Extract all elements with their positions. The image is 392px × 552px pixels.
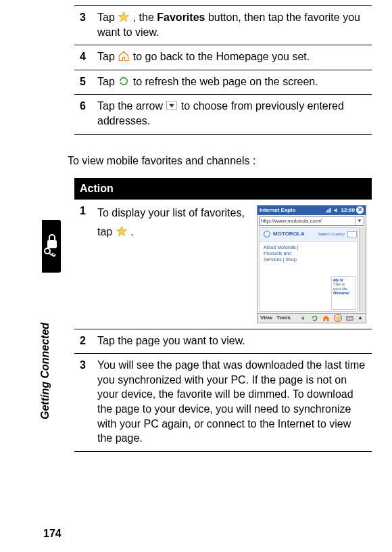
- svg-rect-10: [330, 207, 330, 212]
- step-text: Tap the arrow to choose from previously …: [95, 95, 372, 134]
- step-text: Tap to go back to the Homepage you set.: [95, 45, 372, 70]
- footer-view-label: View: [260, 315, 272, 322]
- top-steps-table: 3 Tap , the Favorites button, then tap t…: [74, 5, 372, 135]
- step-text: You will see the page that was downloade…: [95, 354, 372, 452]
- screenshot-app-title: Internet Explo: [260, 206, 295, 215]
- screenshot-ad-box: My N This is your life. Nirvana!: [331, 276, 356, 310]
- home-icon: [118, 50, 130, 62]
- sound-icon: [333, 207, 340, 214]
- svg-rect-0: [47, 240, 57, 248]
- section-tab: [42, 220, 61, 273]
- svg-marker-11: [301, 316, 304, 320]
- side-section-label: Getting Connected: [39, 323, 51, 419]
- keyboard-icon: [346, 315, 353, 322]
- step-number: 1: [74, 199, 95, 329]
- motorola-logo-icon: [264, 231, 270, 237]
- action-steps-table: Action 1 Internet Explo 12:00 ✕: [74, 178, 372, 452]
- step-text: Tap , the Favorites button, then tap the…: [95, 6, 372, 45]
- lock-key-icon: [43, 233, 59, 259]
- step-text: Internet Explo 12:00 ✕ http://www.motoro…: [95, 199, 372, 329]
- table-row: 3 Tap , the Favorites button, then tap t…: [74, 6, 372, 45]
- chevron-up-icon: ▲: [358, 315, 363, 322]
- table-row: 6 Tap the arrow to choose from previousl…: [74, 95, 372, 134]
- step-number: 3: [74, 354, 95, 452]
- dropdown-arrow-icon: [166, 99, 178, 112]
- svg-rect-8: [327, 210, 328, 212]
- chevron-down-icon: ▼: [355, 217, 362, 225]
- favorites-label: Favorites: [157, 12, 205, 23]
- screenshot-brand: MOTOROLA: [273, 231, 305, 238]
- svg-marker-12: [335, 315, 341, 320]
- screenshot-page: MOTOROLA Select Country About Motorola |…: [259, 227, 358, 312]
- action-header: Action: [74, 179, 372, 199]
- intro-text: To view mobile favorites and channels :: [68, 154, 372, 168]
- step-text: Tap to refresh the web page on the scree…: [95, 70, 372, 95]
- favorites-highlight-circle: [334, 314, 342, 322]
- country-dropdown: [347, 231, 357, 237]
- select-country-label: Select Country: [318, 232, 345, 236]
- screenshot-titlebar: Internet Explo 12:00 ✕: [258, 206, 366, 215]
- refresh-icon: [311, 315, 318, 322]
- home-icon: [322, 315, 330, 322]
- star-icon: [335, 315, 341, 321]
- table-row: 3 You will see the page that was downloa…: [74, 354, 372, 452]
- table-row: 2 Tap the page you want to view.: [74, 329, 372, 354]
- action-header-row: Action: [74, 178, 372, 199]
- refresh-icon: [118, 75, 130, 87]
- svg-marker-2: [119, 12, 129, 22]
- close-icon: ✕: [356, 206, 364, 214]
- screenshot-footer: View Tools ▲: [258, 313, 366, 323]
- step-number: 4: [74, 45, 95, 70]
- svg-rect-9: [328, 208, 329, 212]
- screenshot-clock: 12:00: [341, 206, 355, 215]
- step-number: 6: [74, 95, 95, 134]
- step-number: 5: [74, 70, 95, 95]
- step-number: 3: [74, 6, 95, 45]
- step-number: 2: [74, 329, 95, 354]
- svg-rect-13: [347, 316, 353, 320]
- table-row: 1 Internet Explo 12:00 ✕ http://ww: [74, 199, 372, 329]
- step-text: Tap the page you want to view.: [95, 329, 372, 354]
- screenshot-brand-band: MOTOROLA Select Country: [260, 228, 357, 242]
- footer-tools-label: Tools: [276, 315, 291, 322]
- screenshot-url-bar: http://www.motorola.com/ ▼: [259, 216, 364, 226]
- device-screenshot: Internet Explo 12:00 ✕ http://www.motoro…: [257, 205, 366, 323]
- screenshot-links-col: About Motorola | Products and Services |…: [264, 244, 304, 262]
- table-row: 4 Tap to go back to the Homepage you set…: [74, 45, 372, 70]
- signal-icon: [325, 207, 332, 214]
- svg-marker-3: [120, 82, 122, 84]
- screenshot-url-text: http://www.motorola.com/: [261, 217, 322, 225]
- back-icon: [299, 315, 307, 322]
- vertical-scrollbar: [359, 227, 366, 312]
- svg-marker-16: [116, 227, 126, 236]
- screenshot-links: About Motorola | Products and Services |…: [260, 242, 357, 265]
- star-icon: [116, 225, 128, 237]
- svg-rect-7: [326, 210, 326, 212]
- star-icon: [118, 11, 130, 23]
- page-number: 174: [43, 528, 62, 540]
- table-row: 5 Tap to refresh the web page on the scr…: [74, 70, 372, 95]
